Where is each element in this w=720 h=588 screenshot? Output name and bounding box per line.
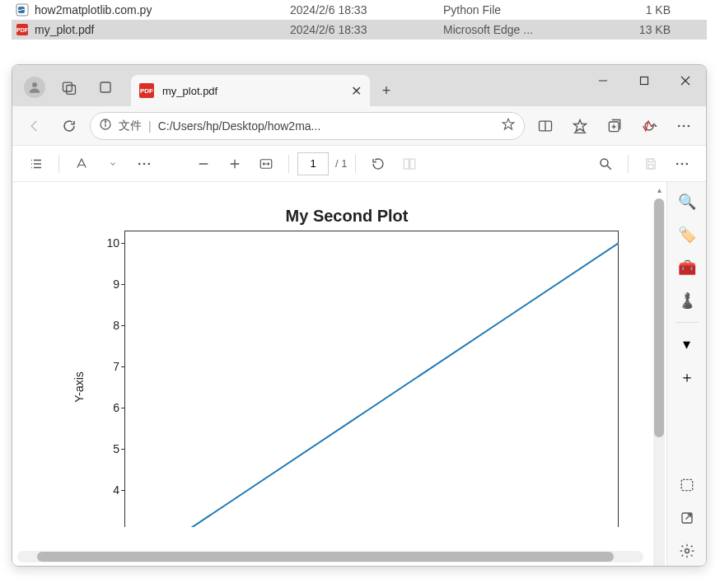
pdf-viewer[interactable]: ▴ My Second Plot Y-axis 45678910: [12, 182, 666, 566]
maximize-button[interactable]: [624, 65, 665, 96]
new-tab-button[interactable]: +: [370, 75, 403, 106]
url-path: C:/Users/hp/Desktop/how2ma...: [158, 119, 321, 133]
file-row[interactable]: how2matplotlib.com.py 2024/2/6 18:33 Pyt…: [12, 0, 707, 20]
file-type: Microsoft Edge ...: [443, 23, 613, 36]
ytick-label: 10: [100, 236, 119, 250]
file-type: Python File: [443, 3, 613, 16]
chart: My Second Plot Y-axis 45678910: [67, 207, 627, 566]
svg-point-30: [138, 162, 141, 165]
horizontal-scrollbar[interactable]: [17, 551, 643, 562]
svg-rect-5: [67, 86, 76, 95]
svg-rect-4: [63, 82, 72, 91]
ytick-label: 4: [100, 483, 119, 497]
vertical-scrollbar[interactable]: [653, 198, 665, 566]
draw-chevron-icon[interactable]: [99, 150, 127, 178]
rotate-icon[interactable]: [364, 150, 392, 178]
pdf-more-icon[interactable]: [668, 150, 696, 178]
sidebar-screenshot-icon[interactable]: [672, 470, 702, 500]
ytick-label: 9: [100, 278, 119, 291]
svg-rect-6: [101, 82, 110, 92]
split-screen-icon[interactable]: [531, 112, 559, 140]
pdf-toolbar: / 1: [12, 146, 706, 182]
url-separator: |: [148, 119, 152, 133]
svg-point-22: [688, 124, 690, 127]
favorite-icon[interactable]: [501, 117, 516, 134]
svg-rect-42: [648, 164, 653, 168]
zoom-out-button[interactable]: [189, 150, 217, 178]
svg-point-20: [678, 124, 680, 127]
favorites-icon[interactable]: [566, 112, 594, 140]
save-icon[interactable]: [637, 150, 665, 178]
file-size: 13 KB: [613, 23, 679, 36]
sidebar-tools-icon[interactable]: 🧰: [672, 253, 702, 282]
ytick-label: 5: [100, 442, 119, 455]
sidebar-add-icon[interactable]: ＋: [672, 362, 702, 392]
svg-point-13: [105, 121, 105, 122]
close-tab-icon[interactable]: ✕: [351, 83, 362, 99]
tab-title: my_plot.pdf: [162, 85, 343, 97]
close-window-button[interactable]: [665, 65, 706, 96]
svg-point-3: [32, 82, 37, 87]
sidebar-settings-icon[interactable]: [672, 536, 702, 566]
svg-point-45: [686, 162, 689, 165]
url-scheme-label: 文件: [119, 119, 142, 133]
address-bar: 文件 | C:/Users/hp/Desktop/how2ma...: [12, 106, 706, 146]
more-tools-icon[interactable]: [130, 150, 158, 178]
draw-icon[interactable]: [68, 150, 96, 178]
page-total-label: / 1: [335, 157, 347, 170]
minimize-button[interactable]: [582, 65, 624, 96]
file-row[interactable]: PDF my_plot.pdf 2024/2/6 18:33 Microsoft…: [12, 20, 707, 40]
svg-rect-8: [641, 77, 648, 85]
svg-point-48: [685, 549, 689, 553]
pdf-page: My Second Plot Y-axis 45678910: [29, 198, 638, 566]
ytick-label: 7: [100, 360, 119, 373]
file-date: 2024/2/6 18:33: [290, 3, 443, 16]
scroll-up-icon[interactable]: ▴: [653, 184, 665, 195]
zoom-in-button[interactable]: [221, 150, 249, 178]
contents-icon[interactable]: [22, 150, 50, 178]
python-file-icon: [15, 2, 30, 17]
chart-ylabel: Y-axis: [72, 371, 86, 403]
svg-point-32: [148, 162, 151, 165]
pdf-file-icon: PDF: [15, 22, 30, 37]
pdf-badge-icon: PDF: [139, 83, 154, 98]
file-name: how2matplotlib.com.py: [35, 3, 290, 16]
file-size: 1 KB: [613, 3, 679, 16]
sidebar-search-icon[interactable]: 🔍: [672, 187, 702, 217]
svg-point-43: [676, 162, 679, 165]
workspaces-icon[interactable]: [57, 75, 82, 100]
menu-icon[interactable]: [670, 112, 698, 140]
ytick-label: 8: [100, 319, 119, 332]
sidebar-expand-icon[interactable]: ▾: [672, 329, 702, 359]
url-field[interactable]: 文件 | C:/Users/hp/Desktop/how2ma...: [90, 112, 525, 140]
sidebar-shopping-icon[interactable]: 🏷️: [672, 220, 702, 250]
info-icon[interactable]: [99, 118, 112, 133]
find-icon[interactable]: [591, 150, 619, 178]
svg-point-21: [683, 124, 685, 127]
refresh-button[interactable]: [55, 112, 83, 140]
svg-rect-46: [681, 479, 692, 490]
chart-line: [124, 231, 619, 527]
fit-width-icon[interactable]: [252, 150, 280, 178]
horizontal-scrollbar-thumb[interactable]: [37, 552, 614, 562]
svg-rect-41: [648, 159, 653, 162]
sidebar-games-icon[interactable]: ♟️: [672, 286, 702, 315]
chart-title: My Second Plot: [67, 207, 627, 226]
content-area: ▴ My Second Plot Y-axis 45678910 🔍 🏷️ 🧰: [12, 182, 706, 566]
svg-point-31: [143, 162, 146, 165]
performance-icon[interactable]: [635, 112, 663, 140]
file-name: my_plot.pdf: [35, 23, 290, 36]
browser-window: PDF my_plot.pdf ✕ + 文件 | C:/Users/hp/Des…: [12, 64, 707, 567]
tab-actions-icon[interactable]: [93, 75, 118, 100]
back-button[interactable]: [21, 112, 49, 140]
profile-button[interactable]: [24, 77, 45, 98]
page-number-input[interactable]: [297, 152, 329, 175]
ytick-label: 6: [100, 401, 119, 414]
svg-rect-37: [404, 159, 409, 169]
page-view-icon[interactable]: [395, 150, 423, 178]
browser-tab[interactable]: PDF my_plot.pdf ✕: [131, 75, 370, 106]
collections-icon[interactable]: [601, 112, 629, 140]
svg-text:PDF: PDF: [16, 27, 29, 33]
sidebar-external-icon[interactable]: [672, 503, 702, 533]
vertical-scrollbar-thumb[interactable]: [654, 198, 664, 437]
